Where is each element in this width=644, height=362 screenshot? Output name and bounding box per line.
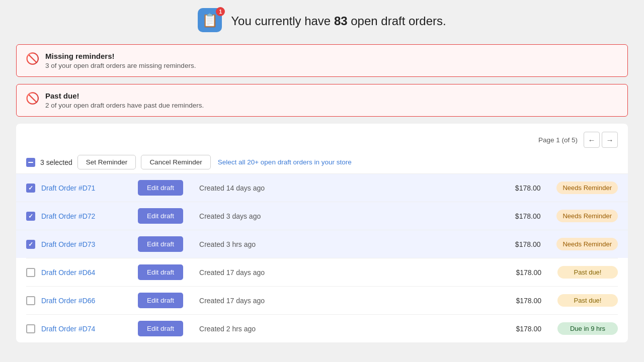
notification-badge: 1 — [216, 7, 225, 16]
row-checkbox-D72[interactable] — [26, 212, 35, 221]
select-all-link[interactable]: Select all 20+ open draft orders in your… — [218, 158, 352, 166]
order-created-D66: Created 17 days ago — [199, 297, 490, 305]
order-price-D71: $178.00 — [495, 184, 540, 192]
row-checkbox-D71[interactable] — [26, 184, 35, 193]
table-row: Draft Order #D72Edit draftCreated 3 days… — [16, 202, 628, 230]
edit-draft-button-D66[interactable]: Edit draft — [138, 293, 183, 308]
order-created-D74: Created 2 hrs ago — [199, 325, 490, 333]
alert-desc-missing: 3 of your open draft orders are missing … — [45, 62, 196, 69]
app-icon-glyph: 📋 — [202, 13, 218, 28]
select-all-checkbox[interactable] — [26, 158, 35, 167]
cancel-reminder-button[interactable]: Cancel Reminder — [141, 155, 210, 169]
order-created-D73: Created 3 hrs ago — [199, 240, 489, 248]
row-checkbox-D73[interactable] — [26, 240, 35, 249]
order-price-D72: $178.00 — [495, 212, 540, 220]
order-link-D72[interactable]: Draft Order #D72 — [41, 212, 132, 220]
edit-draft-button-D71[interactable]: Edit draft — [138, 180, 183, 196]
status-badge-D72: Needs Reminder — [556, 210, 618, 222]
table-row: Draft Order #D64Edit draftCreated 17 day… — [26, 258, 618, 286]
edit-draft-button-D73[interactable]: Edit draft — [138, 236, 183, 252]
pagination-prev-button[interactable]: ← — [584, 132, 600, 148]
orders-table: Draft Order #D71Edit draftCreated 14 day… — [26, 173, 618, 342]
order-price-D73: $178.00 — [495, 240, 540, 248]
alert-missing-reminders: 🚫 Missing reminders! 3 of your open draf… — [16, 44, 628, 77]
status-badge-D74: Due in 9 hrs — [557, 322, 618, 335]
header: 📋 1 You currently have 83 open draft ord… — [16, 8, 628, 34]
pagination-next-button[interactable]: → — [602, 132, 618, 148]
status-badge-D71: Needs Reminder — [556, 182, 618, 194]
order-price-D74: $178.00 — [496, 325, 541, 333]
page-wrapper: 📋 1 You currently have 83 open draft ord… — [0, 0, 644, 362]
order-link-D73[interactable]: Draft Order #D73 — [41, 240, 132, 248]
order-created-D72: Created 3 days ago — [199, 212, 489, 220]
table-row: Draft Order #D74Edit draftCreated 2 hrs … — [26, 314, 618, 342]
order-link-D64[interactable]: Draft Order #D64 — [41, 268, 132, 277]
set-reminder-button[interactable]: Set Reminder — [77, 155, 136, 169]
order-link-D71[interactable]: Draft Order #D71 — [41, 184, 132, 192]
edit-draft-button-D74[interactable]: Edit draft — [138, 321, 183, 336]
order-created-D64: Created 17 days ago — [199, 268, 490, 277]
row-checkbox-D66[interactable] — [26, 296, 35, 305]
alert-content-pastdue: Past due! 2 of your open draft orders ha… — [45, 92, 204, 109]
selection-bar: 3 selected Set Reminder Cancel Reminder … — [26, 155, 618, 169]
status-badge-D66: Past due! — [557, 294, 618, 307]
pagination-info: Page 1 (of 5) — [538, 136, 578, 144]
selected-count-label: 3 selected — [40, 158, 72, 166]
order-link-D66[interactable]: Draft Order #D66 — [41, 297, 132, 305]
order-price-D66: $178.00 — [496, 297, 541, 305]
alert-desc-pastdue: 2 of your open draft orders have past du… — [45, 102, 204, 109]
table-row: Draft Order #D73Edit draftCreated 3 hrs … — [16, 230, 628, 258]
alert-content-missing: Missing reminders! 3 of your open draft … — [45, 52, 196, 69]
table-row: Draft Order #D66Edit draftCreated 17 day… — [26, 286, 618, 314]
table-panel: Page 1 (of 5) ← → 3 selected Set Reminde… — [16, 124, 628, 342]
alert-icon-pastdue: 🚫 — [26, 92, 39, 105]
status-badge-D64: Past due! — [557, 266, 618, 279]
order-link-D74[interactable]: Draft Order #D74 — [41, 325, 132, 333]
alert-title-pastdue: Past due! — [45, 92, 204, 100]
status-badge-D73: Needs Reminder — [556, 238, 618, 250]
table-row: Draft Order #D71Edit draftCreated 14 day… — [16, 173, 628, 202]
alert-title-missing: Missing reminders! — [45, 52, 196, 60]
row-checkbox-D74[interactable] — [26, 324, 35, 333]
app-icon: 📋 1 — [198, 8, 224, 34]
edit-draft-button-D72[interactable]: Edit draft — [138, 208, 183, 224]
alert-past-due: 🚫 Past due! 2 of your open draft orders … — [16, 84, 628, 117]
order-created-D71: Created 14 days ago — [199, 184, 489, 192]
order-price-D64: $178.00 — [496, 268, 541, 277]
row-checkbox-D64[interactable] — [26, 268, 35, 277]
page-title: You currently have 83 open draft orders. — [231, 14, 446, 28]
table-top-bar: Page 1 (of 5) ← → — [26, 132, 618, 148]
alert-icon-missing: 🚫 — [26, 52, 39, 65]
edit-draft-button-D64[interactable]: Edit draft — [138, 264, 183, 280]
